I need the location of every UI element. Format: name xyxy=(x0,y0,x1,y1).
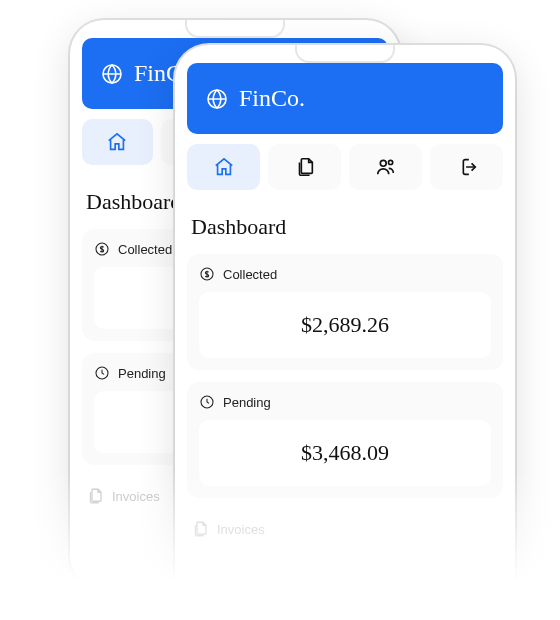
app-title: FinCo. xyxy=(239,85,305,112)
collected-label: Collected xyxy=(118,242,172,257)
nav-documents[interactable] xyxy=(268,144,341,190)
logout-icon xyxy=(456,156,478,178)
pending-label: Pending xyxy=(118,366,166,381)
documents-icon xyxy=(294,156,316,178)
clock-icon xyxy=(94,365,110,381)
dollar-icon xyxy=(94,241,110,257)
pending-label: Pending xyxy=(223,395,271,410)
invoice-icon xyxy=(86,487,104,505)
phone-mock-front: FinCo. Dashboard Collected $2,689.26 xyxy=(175,45,515,620)
people-icon xyxy=(375,156,397,178)
phone-notch xyxy=(295,45,395,63)
invoices-section: Invoices xyxy=(187,510,503,542)
invoices-label: Invoices xyxy=(217,522,265,537)
nav-logout[interactable] xyxy=(430,144,503,190)
collected-value: $2,689.26 xyxy=(199,292,491,358)
nav-home[interactable] xyxy=(187,144,260,190)
page-title: Dashboard xyxy=(191,214,503,240)
svg-point-7 xyxy=(388,160,392,164)
nav-home[interactable] xyxy=(82,119,153,165)
invoices-label: Invoices xyxy=(112,489,160,504)
nav-people[interactable] xyxy=(349,144,422,190)
screen-front: FinCo. Dashboard Collected $2,689.26 xyxy=(175,45,515,620)
phone-notch xyxy=(185,20,285,38)
nav-bar xyxy=(187,144,503,190)
pending-value: $3,468.09 xyxy=(199,420,491,486)
card-collected: Collected $2,689.26 xyxy=(187,254,503,370)
globe-icon xyxy=(205,87,229,111)
globe-icon xyxy=(100,62,124,86)
clock-icon xyxy=(199,394,215,410)
invoice-icon xyxy=(191,520,209,538)
home-icon xyxy=(213,156,235,178)
dollar-icon xyxy=(199,266,215,282)
card-pending: Pending $3,468.09 xyxy=(187,382,503,498)
collected-label: Collected xyxy=(223,267,277,282)
app-header: FinCo. xyxy=(187,63,503,134)
home-icon xyxy=(106,131,128,153)
svg-point-6 xyxy=(380,160,386,166)
